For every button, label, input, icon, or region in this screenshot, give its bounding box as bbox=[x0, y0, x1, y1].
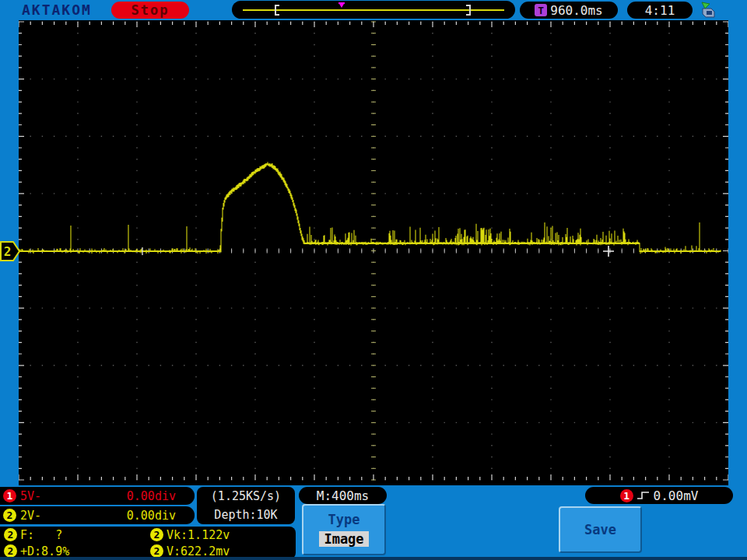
acquire-info-box: (1.25KS/s) Depth:10K bbox=[197, 487, 295, 524]
sample-rate: (1.25KS/s) bbox=[197, 487, 295, 506]
oscilloscope-screen-capture: { "topbar": { "brand": "AKTAKOM", "run_s… bbox=[0, 0, 747, 560]
type-menu-label: Type bbox=[328, 512, 360, 527]
trigger-position-marker[interactable] bbox=[338, 2, 345, 9]
channel2-position-marker[interactable]: 2 bbox=[0, 240, 21, 262]
brand-logo: AKTAKOM bbox=[22, 2, 92, 18]
trigger-time-readout: T 960.0ms bbox=[520, 2, 618, 19]
ch1-status-row: 1 5V- 0.00div bbox=[0, 487, 195, 505]
clock-value: 4:11 bbox=[645, 3, 675, 18]
channel2-tag-label: 2 bbox=[4, 244, 12, 259]
ch2-offset: 0.00div bbox=[127, 509, 176, 523]
top-status-bar: AKTAKOM Stop T 960.0ms 4:11 bbox=[0, 0, 747, 20]
trigger-level-value: 0.00mV bbox=[654, 488, 699, 503]
measurement-frequency: 2 F: ? bbox=[4, 528, 150, 542]
scope-screen bbox=[19, 20, 728, 485]
timebase-readout: M:400ms bbox=[299, 487, 387, 504]
save-button-label: Save bbox=[584, 522, 616, 537]
trigger-level-readout: 1 0.00mV bbox=[585, 487, 733, 504]
ch2-badge: 2 bbox=[3, 509, 16, 522]
rising-edge-icon bbox=[637, 490, 651, 501]
trigger-t-icon: T bbox=[535, 4, 547, 16]
type-menu-button[interactable]: Type Image bbox=[302, 504, 386, 555]
ch1-badge: 1 bbox=[3, 489, 16, 502]
ch2-scale: 2V- bbox=[20, 509, 41, 523]
run-state-indicator: Stop bbox=[111, 2, 189, 19]
trigger-source-badge: 1 bbox=[620, 489, 633, 502]
bottom-edge-strip bbox=[0, 557, 747, 560]
window-right-bracket[interactable] bbox=[466, 5, 471, 16]
ch1-scale: 5V- bbox=[20, 489, 41, 503]
measurements-box: 2 F: ? 2 Vk:1.122v 2 +D:8.9% 2 V:622.2mv bbox=[0, 527, 296, 559]
record-position-bar bbox=[232, 1, 515, 19]
usb-drive-icon bbox=[699, 2, 717, 19]
run-state-label: Stop bbox=[132, 2, 170, 18]
measurement-pos-duty: 2 +D:8.9% bbox=[4, 544, 150, 558]
measurement-vk: 2 Vk:1.122v bbox=[150, 528, 300, 542]
ch1-offset: 0.00div bbox=[127, 489, 176, 503]
record-length-line bbox=[243, 9, 504, 11]
trigger-time-value: 960.0ms bbox=[550, 3, 602, 18]
type-menu-value[interactable]: Image bbox=[319, 531, 368, 547]
measurement-voltage: 2 V:622.2mv bbox=[150, 544, 300, 558]
memory-depth: Depth:10K bbox=[197, 506, 295, 524]
timebase-value: M:400ms bbox=[317, 488, 369, 503]
bottom-status-panel: 1 5V- 0.00div 2 2V- 0.00div (1.25KS/s) D… bbox=[0, 485, 747, 560]
save-button[interactable]: Save bbox=[559, 506, 642, 553]
waveform-plot bbox=[19, 20, 728, 485]
center-vertical-axis-ticks bbox=[371, 22, 376, 480]
trigger-point-cross bbox=[603, 246, 614, 257]
window-left-bracket[interactable] bbox=[275, 5, 279, 16]
clock-readout: 4:11 bbox=[627, 2, 693, 19]
ch2-trace bbox=[19, 162, 721, 254]
ch2-status-row: 2 2V- 0.00div bbox=[0, 506, 195, 524]
